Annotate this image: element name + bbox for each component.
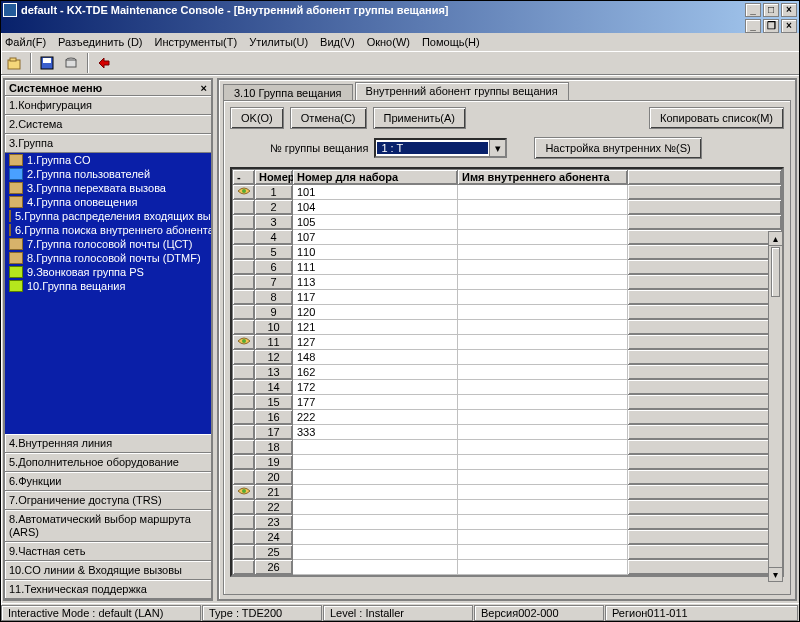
row-eye-cell[interactable]	[233, 215, 255, 230]
table-row[interactable]: 11127	[233, 335, 782, 350]
mdi-restore-button[interactable]: ❐	[763, 19, 779, 33]
panel-section[interactable]: 6.Функции	[5, 472, 211, 491]
table-row[interactable]: 1101	[233, 185, 782, 200]
row-dial[interactable]: 177	[293, 395, 458, 410]
table-row[interactable]: 15177	[233, 395, 782, 410]
scroll-up-icon[interactable]: ▴	[769, 232, 782, 246]
col-dial[interactable]: Номер для набора	[293, 170, 458, 185]
tool-save-icon[interactable]	[36, 52, 58, 74]
row-dial[interactable]: 162	[293, 365, 458, 380]
row-dial[interactable]	[293, 560, 458, 575]
row-dial[interactable]: 121	[293, 320, 458, 335]
table-row[interactable]: 24	[233, 530, 782, 545]
row-eye-cell[interactable]	[233, 560, 255, 575]
row-name[interactable]	[458, 305, 628, 320]
close-button[interactable]: ×	[781, 3, 797, 17]
menu-disconnect[interactable]: Разъединить (D)	[58, 36, 142, 48]
table-row[interactable]: 5110	[233, 245, 782, 260]
row-name[interactable]	[458, 500, 628, 515]
table-row[interactable]: 10121	[233, 320, 782, 335]
tree-item[interactable]: 6.Группа поиска внутреннего абонента	[5, 223, 211, 237]
tree-item[interactable]: 2.Группа пользователей	[5, 167, 211, 181]
table-row[interactable]: 7113	[233, 275, 782, 290]
row-eye-cell[interactable]	[233, 425, 255, 440]
table-row[interactable]: 23	[233, 515, 782, 530]
row-eye-cell[interactable]	[233, 350, 255, 365]
row-dial[interactable]: 222	[293, 410, 458, 425]
row-name[interactable]	[458, 440, 628, 455]
row-dial[interactable]: 120	[293, 305, 458, 320]
row-dial[interactable]: 110	[293, 245, 458, 260]
panel-section[interactable]: 9.Частная сеть	[5, 542, 211, 561]
maximize-button[interactable]: □	[763, 3, 779, 17]
row-name[interactable]	[458, 275, 628, 290]
row-eye-cell[interactable]	[233, 365, 255, 380]
menu-file[interactable]: Файл(F)	[5, 36, 46, 48]
table-row[interactable]: 12148	[233, 350, 782, 365]
table-row[interactable]: 17333	[233, 425, 782, 440]
row-name[interactable]	[458, 350, 628, 365]
row-dial[interactable]	[293, 530, 458, 545]
row-eye-cell[interactable]	[233, 230, 255, 245]
row-dial[interactable]: 107	[293, 230, 458, 245]
row-eye-cell[interactable]	[233, 515, 255, 530]
row-eye-cell[interactable]	[233, 290, 255, 305]
menu-view[interactable]: Вид(V)	[320, 36, 355, 48]
panel-section[interactable]: 8.Автоматический выбор маршрута (ARS)	[5, 510, 211, 542]
extension-settings-button[interactable]: Настройка внутренних №(S)	[534, 137, 701, 159]
row-dial[interactable]	[293, 545, 458, 560]
mdi-minimize-button[interactable]: _	[745, 19, 761, 33]
table-row[interactable]: 20	[233, 470, 782, 485]
tool-open-icon[interactable]	[3, 52, 25, 74]
table-row[interactable]: 6111	[233, 260, 782, 275]
row-eye-cell[interactable]	[233, 410, 255, 425]
table-row[interactable]: 3105	[233, 215, 782, 230]
mdi-close-button[interactable]: ×	[781, 19, 797, 33]
row-eye-cell[interactable]	[233, 485, 255, 500]
tree-item[interactable]: 1.Группа CO	[5, 153, 211, 167]
tool-action-icon[interactable]	[93, 52, 115, 74]
panel-section[interactable]: 5.Дополнительное оборудование	[5, 453, 211, 472]
row-dial[interactable]: 117	[293, 290, 458, 305]
row-name[interactable]	[458, 335, 628, 350]
row-eye-cell[interactable]	[233, 305, 255, 320]
table-row[interactable]: 22	[233, 500, 782, 515]
row-dial[interactable]: 127	[293, 335, 458, 350]
row-eye-cell[interactable]	[233, 275, 255, 290]
vertical-scrollbar[interactable]: ▴ ▾	[768, 231, 783, 582]
row-eye-cell[interactable]	[233, 395, 255, 410]
menu-utils[interactable]: Утилиты(U)	[249, 36, 308, 48]
row-name[interactable]	[458, 545, 628, 560]
table-row[interactable]: 25	[233, 545, 782, 560]
row-dial[interactable]: 104	[293, 200, 458, 215]
table-row[interactable]: 16222	[233, 410, 782, 425]
row-name[interactable]	[458, 380, 628, 395]
row-name[interactable]	[458, 425, 628, 440]
panel-section[interactable]: 4.Внутренняя линия	[5, 434, 211, 453]
row-name[interactable]	[458, 560, 628, 575]
group-number-combo[interactable]: 1 : T ▾	[374, 138, 507, 158]
row-name[interactable]	[458, 215, 628, 230]
panel-section[interactable]: 10.CO линии & Входящие вызовы	[5, 561, 211, 580]
panel-section[interactable]: 11.Техническая поддержка	[5, 580, 211, 599]
tree-item[interactable]: 5.Группа распределения входящих вызо	[5, 209, 211, 223]
table-row[interactable]: 18	[233, 440, 782, 455]
table-row[interactable]: 2104	[233, 200, 782, 215]
row-eye-cell[interactable]	[233, 470, 255, 485]
tree-item[interactable]: 4.Группа оповещения	[5, 195, 211, 209]
tab-extension-broadcast[interactable]: Внутренний абонент группы вещания	[355, 82, 569, 100]
tree-item[interactable]: 7.Группа голосовой почты (ЦСТ)	[5, 237, 211, 251]
row-name[interactable]	[458, 260, 628, 275]
row-eye-cell[interactable]	[233, 545, 255, 560]
minimize-button[interactable]: _	[745, 3, 761, 17]
row-dial[interactable]: 105	[293, 215, 458, 230]
tree-item[interactable]: 10.Группа вещания	[5, 279, 211, 293]
row-eye-cell[interactable]	[233, 320, 255, 335]
row-eye-cell[interactable]	[233, 200, 255, 215]
menu-tools[interactable]: Инструменты(T)	[155, 36, 238, 48]
table-row[interactable]: 13162	[233, 365, 782, 380]
tree-item[interactable]: 8.Группа голосовой почты (DTMF)	[5, 251, 211, 265]
col-eye[interactable]: -	[233, 170, 255, 185]
tab-group-broadcast[interactable]: 3.10 Группа вещания	[223, 84, 353, 100]
row-eye-cell[interactable]	[233, 185, 255, 200]
